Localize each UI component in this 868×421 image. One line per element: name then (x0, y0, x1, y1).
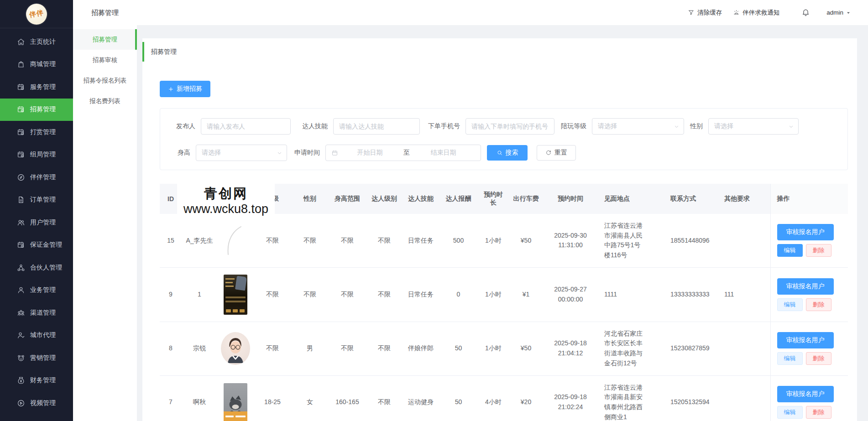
app-logo: 伴伴 (0, 0, 73, 28)
audit-applicants-button[interactable]: 审核报名用户 (777, 386, 834, 402)
edit-button[interactable]: 编辑 (777, 406, 803, 419)
clear-cache-button[interactable]: 清除缓存 (688, 9, 722, 17)
delete-button[interactable]: 删除 (806, 298, 831, 311)
sidebar-item-business[interactable]: 业务管理 (0, 279, 73, 302)
companion-level-select[interactable]: 请选择 (592, 118, 684, 135)
delete-button[interactable]: 删除 (806, 406, 831, 419)
recruit-icon (17, 105, 25, 114)
cell-fare: ¥50 (509, 214, 543, 267)
edit-button[interactable]: 编辑 (777, 298, 803, 311)
sidebar-item-partner[interactable]: 合伙人管理 (0, 256, 73, 279)
sidebar-item-reward[interactable]: 打赏管理 (0, 121, 73, 144)
cell-gender: 男 (291, 322, 329, 375)
filter-row-2: 身高 请选择 申请时间 开始日期 至 结束日期 搜索 (160, 145, 847, 161)
cell-height_range: 不限 (329, 214, 366, 267)
edit-button[interactable]: 编辑 (777, 244, 803, 257)
sidebar-item-city-agent[interactable]: 城市代理 (0, 324, 73, 347)
chevron-down-icon (846, 10, 851, 16)
cell-talent_level: 不限 (366, 267, 403, 322)
audit-applicants-button[interactable]: 审核报名用户 (777, 224, 834, 240)
apply-time-range-picker[interactable]: 开始日期 至 结束日期 (325, 145, 481, 161)
cell-talent_skill: 运动健身 (403, 375, 439, 421)
sidebar-item-label: 打赏管理 (30, 128, 56, 136)
sidebar-item-marketing[interactable]: 营销管理 (0, 347, 73, 369)
cell-grade: 不限 (254, 322, 291, 375)
cell-image (217, 214, 254, 267)
secondary-sidebar: 招募管理 招募管理招募审核招募令报名列表报名费列表 (73, 0, 137, 421)
cell-contact: 13333333333 (664, 267, 718, 322)
submenu-item-signup-fee-list[interactable]: 报名费列表 (73, 91, 137, 111)
sidebar-item-finance[interactable]: 财务管理 (0, 369, 73, 392)
plus-icon (168, 86, 174, 92)
sidebar-item-mall[interactable]: 商城管理 (0, 53, 73, 76)
sidebar-item-group[interactable]: 组局管理 (0, 144, 73, 166)
reset-button[interactable]: 重置 (537, 145, 576, 161)
sidebar-item-label: 用户管理 (30, 218, 56, 227)
height-select-placeholder: 请选择 (202, 149, 221, 157)
apply-time-label: 申请时间 (294, 149, 320, 157)
table-row: 7啊秋18-25女160-165不限运动健身504小时¥202025-09-18… (160, 375, 848, 421)
end-date-placeholder: 结束日期 (412, 149, 475, 157)
cell-image (217, 267, 254, 322)
delete-button[interactable]: 删除 (806, 244, 831, 257)
finance-icon (17, 376, 25, 385)
height-select[interactable]: 请选择 (196, 145, 287, 161)
sos-notice-button[interactable]: 伴伴求救通知 (733, 9, 779, 17)
column-header-book_time: 预约时间 (543, 184, 598, 214)
submenu-item-label: 报名费列表 (89, 97, 120, 105)
sidebar-item-recruit[interactable]: 招募管理 (0, 99, 73, 121)
delete-button[interactable]: 删除 (806, 352, 831, 365)
submenu-title: 招募管理 (73, 0, 137, 26)
submenu-item-recruit-signup-list[interactable]: 招募令报名列表 (73, 70, 137, 91)
notification-bell-icon[interactable] (801, 8, 810, 17)
username: admin (826, 9, 843, 16)
sidebar-item-user[interactable]: 用户管理 (0, 211, 73, 234)
clear-cache-icon (688, 9, 695, 16)
column-header-actions: 操作 (770, 184, 848, 214)
sidebar-item-video[interactable]: 视频管理 (0, 392, 73, 415)
gender-select[interactable]: 请选择 (708, 118, 799, 135)
cell-publisher: 啊秋 (182, 375, 217, 421)
publisher-label: 发布人 (176, 122, 195, 130)
secondary-nav: 招募管理招募审核招募令报名列表报名费列表 (73, 26, 137, 111)
publisher-image (224, 383, 247, 421)
sidebar-item-companion[interactable]: 伴伴管理 (0, 166, 73, 189)
audit-applicants-button[interactable]: 审核报名用户 (777, 332, 834, 348)
column-header-height_range: 身高范围 (329, 184, 366, 214)
edit-button[interactable]: 编辑 (777, 352, 803, 365)
sidebar-item-service[interactable]: 服务管理 (0, 76, 73, 99)
cell-id: 8 (160, 322, 182, 375)
talent-skill-input[interactable] (333, 118, 420, 135)
submenu-item-recruit-manage[interactable]: 招募管理 (73, 29, 137, 50)
sidebar-item-channel[interactable]: 渠道管理 (0, 301, 73, 324)
cell-talent_level: 不限 (366, 375, 403, 421)
publisher-input[interactable] (201, 118, 291, 135)
user-menu[interactable]: admin (826, 9, 851, 16)
column-header-publisher (182, 184, 217, 214)
sidebar-item-label: 财务管理 (30, 376, 56, 385)
cell-gender: 女 (291, 375, 329, 421)
cell-duration: 1小时 (478, 267, 509, 322)
sidebar-item-label: 伴伴管理 (30, 173, 56, 182)
sidebar-item-label: 保证金管理 (30, 241, 62, 249)
sidebar-item-home-stats[interactable]: 主页统计 (0, 31, 73, 53)
user-icon (17, 218, 25, 227)
logo-text: 伴伴 (29, 8, 45, 19)
cell-grade: 18-25 (254, 375, 291, 421)
cell-actions: 审核报名用户编辑删除 (770, 375, 848, 421)
add-recruit-button[interactable]: 新增招募 (160, 81, 210, 97)
calendar-icon (331, 150, 338, 156)
cell-place: 江苏省连云港市灌南县人民中路75号1号楼116号 (598, 214, 664, 267)
search-button[interactable]: 搜索 (487, 145, 528, 161)
sidebar-item-order[interactable]: 订单管理 (0, 189, 73, 212)
cell-fare: ¥50 (509, 322, 543, 375)
cell-talent_pay: 50 (439, 375, 478, 421)
home-stats-icon (17, 38, 25, 46)
cell-publisher: 1 (182, 267, 217, 322)
refresh-icon (545, 150, 552, 156)
order-phone-input[interactable] (465, 118, 554, 135)
submenu-item-recruit-audit[interactable]: 招募审核 (73, 50, 137, 70)
sidebar-item-deposit[interactable]: 保证金管理 (0, 234, 73, 257)
audit-applicants-button[interactable]: 审核报名用户 (777, 278, 834, 295)
submenu-item-label: 招募审核 (93, 56, 117, 64)
